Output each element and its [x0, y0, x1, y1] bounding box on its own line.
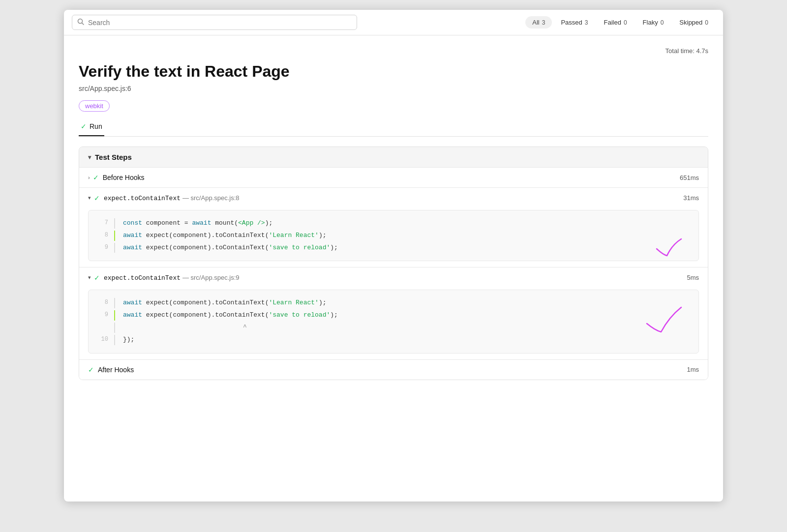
expect1-label: expect.toContainText — src/App.spec.js:8	[104, 194, 683, 202]
before-hooks-label: Before Hooks	[103, 174, 680, 181]
before-hooks-row: › ✓ Before Hooks 651ms	[79, 167, 708, 187]
expect1-file: — src/App.spec.js:8	[182, 194, 240, 202]
after-hooks-check-icon: ✓	[88, 366, 94, 374]
filter-tab-flaky[interactable]: Flaky 0	[636, 16, 671, 29]
filter-flaky-count: 0	[661, 19, 664, 26]
test-steps-chevron-icon: ▾	[88, 154, 91, 161]
expect2-label: expect.toContainText — src/App.spec.js:9	[104, 273, 687, 282]
after-hooks-time: 1ms	[687, 366, 699, 373]
filter-tab-skipped[interactable]: Skipped 0	[672, 16, 715, 29]
toolbar: All 3 Passed 3 Failed 0 Flaky 0 Skipped …	[64, 10, 723, 35]
filter-skipped-label: Skipped	[679, 19, 702, 26]
filter-all-count: 3	[542, 19, 545, 26]
search-icon	[77, 18, 84, 27]
code-block-2: 8 await expect(component).toContainText(…	[88, 290, 699, 353]
expect1-time: 31ms	[683, 194, 699, 202]
filter-failed-count: 0	[624, 19, 627, 26]
test-steps-header[interactable]: ▾ Test Steps	[79, 147, 708, 167]
filter-flaky-label: Flaky	[643, 19, 658, 26]
filter-passed-label: Passed	[561, 19, 582, 26]
page-title: Verify the text in React Page	[79, 62, 708, 81]
before-hooks-time: 651ms	[680, 174, 699, 181]
main-window: All 3 Passed 3 Failed 0 Flaky 0 Skipped …	[64, 10, 723, 502]
filter-tab-all[interactable]: All 3	[525, 16, 552, 29]
filter-tab-failed[interactable]: Failed 0	[597, 16, 634, 29]
code-line-caret: ^	[89, 322, 698, 334]
filter-tabs: All 3 Passed 3 Failed 0 Flaky 0 Skipped …	[525, 16, 715, 29]
svg-line-1	[82, 23, 84, 25]
after-hooks-label: After Hooks	[98, 366, 687, 374]
filter-all-label: All	[532, 19, 539, 26]
search-input[interactable]	[88, 19, 352, 27]
filter-failed-label: Failed	[604, 19, 621, 26]
expect2-expand-icon[interactable]: ▾	[88, 274, 91, 281]
filter-skipped-count: 0	[705, 19, 708, 26]
code-line-7: 7 const component = await mount(<App />)…	[89, 217, 698, 230]
expect2-check-icon: ✓	[94, 274, 100, 282]
run-tab-area: ✓ Run	[79, 118, 708, 137]
run-check-icon: ✓	[81, 122, 87, 130]
code-line-b10: 10 });	[89, 334, 698, 346]
code-line-b8: 8 await expect(component).toContainText(…	[89, 297, 698, 309]
expect1-check-icon: ✓	[94, 194, 100, 202]
code-line-b9: 9 await expect(component).toContainText(…	[89, 309, 698, 322]
webkit-badge[interactable]: webkit	[79, 100, 110, 112]
expect2-time: 5ms	[687, 274, 699, 281]
run-tab-label: Run	[90, 122, 102, 130]
expect1-row: ▾ ✓ expect.toContainText — src/App.spec.…	[79, 187, 708, 208]
before-hooks-check-icon: ✓	[93, 174, 99, 181]
expect1-code: expect.toContainText	[104, 195, 181, 202]
expect1-expand-icon[interactable]: ▾	[88, 195, 91, 201]
main-content: Total time: 4.7s Verify the text in Reac…	[64, 35, 723, 392]
file-path: src/App.spec.js:6	[79, 85, 708, 92]
before-hooks-expand-icon[interactable]: ›	[88, 175, 90, 180]
after-hooks-row: ✓ After Hooks 1ms	[79, 359, 708, 380]
expect2-row: ▾ ✓ expect.toContainText — src/App.spec.…	[79, 267, 708, 288]
expect2-file: — src/App.spec.js:9	[182, 274, 240, 281]
filter-passed-count: 3	[585, 19, 588, 26]
code-block-1: 7 const component = await mount(<App />)…	[88, 210, 699, 261]
test-steps-label: Test Steps	[95, 153, 132, 161]
expect2-code: expect.toContainText	[104, 274, 181, 282]
code-line-8: 8 await expect(component).toContainText(…	[89, 230, 698, 242]
code-line-9: 9 await expect(component).toContainText(…	[89, 242, 698, 254]
search-box[interactable]	[72, 15, 357, 30]
total-time: Total time: 4.7s	[79, 47, 708, 55]
test-steps-section: ▾ Test Steps › ✓ Before Hooks 651ms ▾ ✓ …	[79, 147, 708, 380]
run-tab[interactable]: ✓ Run	[79, 118, 104, 136]
filter-tab-passed[interactable]: Passed 3	[554, 16, 595, 29]
